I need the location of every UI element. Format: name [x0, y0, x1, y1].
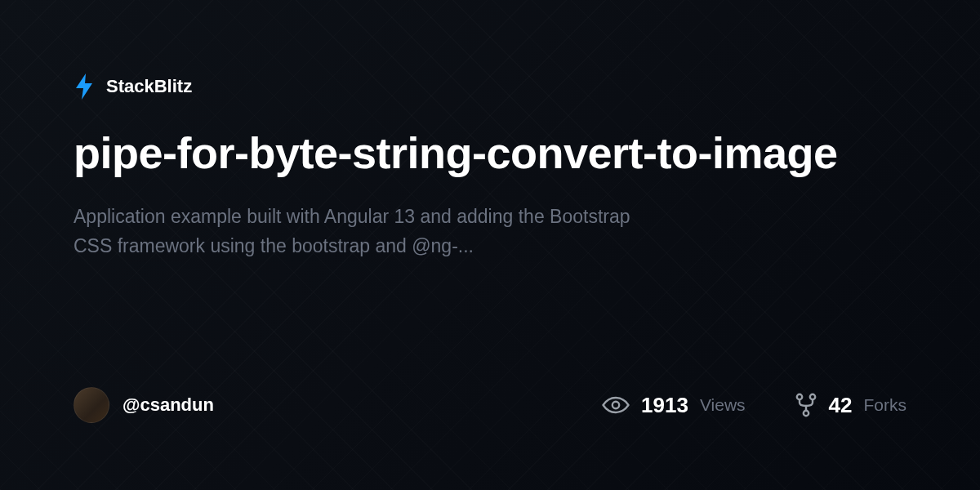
- stat-forks: 42 Forks: [795, 393, 906, 418]
- brand-name: StackBlitz: [106, 76, 192, 97]
- project-title: pipe-for-byte-string-convert-to-image: [74, 127, 906, 178]
- brand-row: StackBlitz: [74, 74, 906, 100]
- views-label: Views: [700, 395, 746, 415]
- stat-views: 1913 Views: [602, 393, 745, 418]
- svg-point-0: [612, 402, 619, 408]
- views-value: 1913: [641, 393, 688, 418]
- avatar: [74, 387, 109, 423]
- forks-value: 42: [829, 393, 853, 418]
- author-handle: @csandun: [122, 394, 214, 416]
- lightning-icon: [74, 74, 95, 100]
- forks-label: Forks: [864, 395, 907, 415]
- social-card: StackBlitz pipe-for-byte-string-convert-…: [0, 0, 980, 490]
- author-block[interactable]: @csandun: [74, 387, 214, 423]
- eye-icon: [602, 395, 630, 415]
- footer-row: @csandun 1913 Views: [74, 387, 906, 423]
- project-description: Application example built with Angular 1…: [74, 203, 670, 261]
- stats-block: 1913 Views 42 Forks: [602, 393, 906, 418]
- fork-icon: [795, 393, 817, 417]
